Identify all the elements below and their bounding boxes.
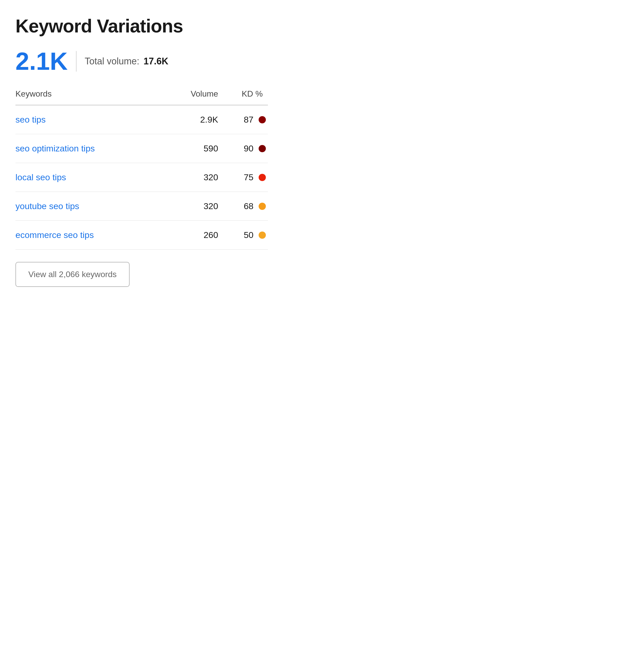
kd-cell: 50 — [218, 221, 268, 250]
kd-dot-icon — [259, 203, 266, 210]
volume-cell: 2.9K — [166, 105, 218, 134]
kd-value: 90 — [244, 143, 253, 154]
col-header-volume: Volume — [166, 89, 218, 105]
volume-cell: 320 — [166, 163, 218, 192]
kd-cell: 87 — [218, 105, 268, 134]
col-header-keywords: Keywords — [16, 89, 166, 105]
keyword-cell: ecommerce seo tips — [16, 221, 166, 250]
keyword-link[interactable]: seo tips — [16, 115, 46, 124]
kd-dot-icon — [259, 232, 266, 239]
volume-cell: 260 — [166, 221, 218, 250]
kd-dot-icon — [259, 174, 266, 181]
table-row: seo optimization tips59090 — [16, 134, 268, 163]
kd-cell: 75 — [218, 163, 268, 192]
total-volume-label: Total volume: — [85, 56, 139, 67]
kd-value: 68 — [244, 201, 253, 211]
kd-dot-icon — [259, 145, 266, 152]
kd-value: 75 — [244, 172, 253, 182]
table-row: ecommerce seo tips26050 — [16, 221, 268, 250]
view-all-button[interactable]: View all 2,066 keywords — [16, 262, 130, 287]
kd-value: 50 — [244, 230, 253, 240]
col-header-kd: KD % — [218, 89, 268, 105]
keyword-link[interactable]: local seo tips — [16, 172, 66, 182]
table-row: seo tips2.9K87 — [16, 105, 268, 134]
keyword-cell: seo tips — [16, 105, 166, 134]
kd-cell: 68 — [218, 192, 268, 221]
volume-cell: 320 — [166, 192, 218, 221]
summary-count: 2.1K — [16, 49, 68, 74]
keyword-link[interactable]: youtube seo tips — [16, 201, 79, 211]
summary-row: 2.1K Total volume: 17.6K — [16, 49, 268, 74]
keyword-link[interactable]: seo optimization tips — [16, 143, 95, 153]
table-row: youtube seo tips32068 — [16, 192, 268, 221]
keyword-link[interactable]: ecommerce seo tips — [16, 230, 94, 240]
keywords-table: Keywords Volume KD % seo tips2.9K87seo o… — [16, 89, 268, 250]
keyword-cell: seo optimization tips — [16, 134, 166, 163]
keyword-cell: youtube seo tips — [16, 192, 166, 221]
total-volume-value: 17.6K — [143, 56, 168, 67]
page-title: Keyword Variations — [16, 16, 268, 37]
keyword-cell: local seo tips — [16, 163, 166, 192]
table-row: local seo tips32075 — [16, 163, 268, 192]
volume-cell: 590 — [166, 134, 218, 163]
kd-value: 87 — [244, 115, 253, 125]
kd-dot-icon — [259, 116, 266, 123]
kd-cell: 90 — [218, 134, 268, 163]
summary-divider — [76, 51, 76, 72]
